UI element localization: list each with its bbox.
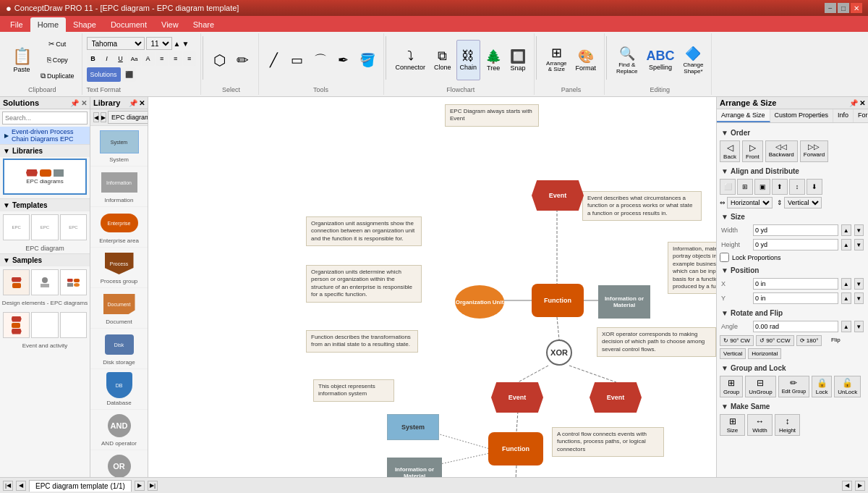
height-input[interactable] bbox=[753, 239, 838, 250]
angle-input[interactable] bbox=[753, 321, 838, 332]
front-button[interactable]: ▷ Front bbox=[742, 140, 763, 162]
tab-document[interactable]: Document bbox=[103, 17, 154, 32]
canvas-function-1[interactable]: Function bbox=[532, 284, 584, 317]
tab-custom-props[interactable]: Custom Properties bbox=[770, 109, 834, 122]
solutions-pin-icon[interactable]: 📌 bbox=[70, 99, 79, 107]
duplicate-button[interactable]: ⧉ Duplicate bbox=[38, 69, 77, 83]
align-left-button[interactable]: ⬜ bbox=[720, 179, 736, 195]
text-align-right-button[interactable]: ≡ bbox=[183, 51, 196, 66]
align-center-button[interactable]: ⊞ bbox=[737, 179, 753, 195]
solutions-button[interactable]: Solutions bbox=[87, 67, 121, 82]
back-button[interactable]: ◁ Back bbox=[720, 140, 740, 162]
tree-button[interactable]: 🌲 Tree bbox=[482, 40, 505, 80]
forward-button[interactable]: ▷▷ Forward bbox=[800, 140, 828, 162]
canvas-event-3[interactable]: Event bbox=[590, 382, 642, 413]
sample2-thumb-1[interactable] bbox=[3, 312, 30, 338]
flip-horizontal-button[interactable]: Horizontal bbox=[748, 348, 781, 359]
text-style-aa-button[interactable]: Aa bbox=[128, 51, 141, 66]
lib-item-database[interactable]: DB Database bbox=[90, 369, 148, 410]
tab-format[interactable]: Format bbox=[854, 109, 868, 122]
rect-tool-button[interactable]: ▭ bbox=[286, 40, 308, 80]
maximize-button[interactable]: □ bbox=[838, 3, 849, 13]
text-color-button[interactable]: A bbox=[142, 51, 155, 66]
page-scroll-left[interactable]: ◀ bbox=[842, 481, 852, 491]
horizontal-select[interactable]: Horizontal bbox=[727, 197, 773, 208]
font-size-up-icon[interactable]: ▲ bbox=[174, 40, 181, 48]
draw-tool-button[interactable]: ✏ bbox=[232, 40, 254, 80]
rotate-90ccw-button[interactable]: ↺ 90° CCW bbox=[756, 335, 794, 346]
canvas-event-2[interactable]: Event bbox=[491, 382, 543, 413]
section-templates[interactable]: ▼ Templates bbox=[0, 198, 90, 211]
backward-button[interactable]: ◁◁ Backward bbox=[765, 140, 798, 162]
line-tool-button[interactable]: ╱ bbox=[263, 40, 285, 80]
group-button[interactable]: ⊞ Group bbox=[720, 376, 743, 397]
fill-tool-button[interactable]: 🪣 bbox=[356, 40, 379, 80]
x-input[interactable] bbox=[753, 278, 838, 290]
solutions-search-input[interactable] bbox=[2, 111, 88, 125]
lib-item-information[interactable]: Information Information bbox=[90, 167, 148, 207]
page-nav-last[interactable]: ▶| bbox=[148, 481, 158, 491]
pen-tool-button[interactable]: ✒ bbox=[333, 40, 354, 80]
page-scroll-right[interactable]: ▶ bbox=[855, 481, 865, 491]
section-position[interactable]: ▼ Position bbox=[720, 264, 865, 276]
library-category-dropdown[interactable]: EPC diagrams bbox=[108, 111, 148, 124]
section-size[interactable]: ▼ Size bbox=[720, 210, 865, 222]
cut-button[interactable]: ✂ Cut bbox=[38, 37, 77, 51]
lib-item-enterprise[interactable]: Enterprise Enterprise area bbox=[90, 207, 148, 248]
epc-diagrams-thumbnail[interactable]: EPC diagrams bbox=[3, 159, 87, 195]
close-button[interactable]: ✕ bbox=[851, 3, 862, 13]
font-size-down-icon[interactable]: ▼ bbox=[182, 40, 189, 48]
bold-button[interactable]: B bbox=[87, 51, 100, 66]
paste-button[interactable]: 📋 Paste bbox=[7, 40, 36, 80]
page-nav-first[interactable]: |◀ bbox=[3, 481, 13, 491]
angle-down-btn[interactable]: ▼ bbox=[854, 321, 864, 332]
canvas-org-1[interactable]: Organization Unit bbox=[455, 285, 504, 319]
right-panel-close-icon[interactable]: ✕ bbox=[859, 99, 865, 107]
y-up-btn[interactable]: ▲ bbox=[841, 292, 851, 304]
underline-button[interactable]: U bbox=[114, 51, 127, 66]
tab-view[interactable]: View bbox=[154, 17, 186, 32]
section-group[interactable]: ▼ Group and Lock bbox=[720, 361, 865, 374]
font-family-select[interactable]: Tahoma bbox=[87, 37, 145, 50]
canvas-info-1[interactable]: Information or Material bbox=[598, 285, 650, 319]
clone-button[interactable]: ⧉ Clone bbox=[430, 40, 455, 80]
section-align[interactable]: ▼ Align and Distribute bbox=[720, 164, 865, 177]
chain-button[interactable]: ⛓ Chain bbox=[456, 40, 481, 80]
lib-item-disk[interactable]: Disk Disk storage bbox=[90, 329, 148, 369]
tab-info[interactable]: Info bbox=[833, 109, 854, 122]
lib-item-system[interactable]: System System bbox=[90, 126, 148, 167]
height-up-btn[interactable]: ▲ bbox=[841, 239, 851, 250]
tab-arrange-size[interactable]: Arrange & Size bbox=[717, 109, 770, 122]
library-close-icon[interactable]: ✕ bbox=[139, 99, 145, 107]
canvas-info-2[interactable]: Information or Material bbox=[387, 458, 442, 477]
canvas-function-2[interactable]: Function bbox=[488, 432, 543, 465]
section-order[interactable]: ▼ Order bbox=[720, 126, 865, 138]
minimize-button[interactable]: − bbox=[825, 3, 836, 13]
find-replace-button[interactable]: 🔍 Find &Replace bbox=[613, 40, 641, 80]
same-width-button[interactable]: ↔ Width bbox=[747, 414, 773, 436]
tab-file[interactable]: File bbox=[3, 17, 30, 32]
library-nav-back[interactable]: ◀ bbox=[93, 112, 99, 122]
same-height-button[interactable]: ↕ Height bbox=[775, 414, 800, 436]
canvas-system-1[interactable]: System bbox=[387, 414, 439, 440]
arrange-size-button[interactable]: ⊞ Arrange& Size bbox=[542, 40, 570, 80]
tab-home[interactable]: Home bbox=[30, 17, 66, 32]
tab-share[interactable]: Share bbox=[186, 17, 221, 32]
select-tool-button[interactable]: ⬡ bbox=[209, 40, 231, 80]
template-thumb-3[interactable]: EPC bbox=[60, 214, 87, 240]
width-down-btn[interactable]: ▼ bbox=[854, 224, 864, 236]
right-panel-pin-icon[interactable]: 📌 bbox=[849, 99, 858, 107]
sample-thumb-3[interactable] bbox=[60, 269, 87, 295]
library-nav-forward[interactable]: ▶ bbox=[101, 112, 106, 122]
tab-shape[interactable]: Shape bbox=[66, 17, 103, 32]
format-panel-button[interactable]: 🎨 Format bbox=[572, 40, 600, 80]
align-bottom-button[interactable]: ⬇ bbox=[807, 179, 822, 195]
x-up-btn[interactable]: ▲ bbox=[841, 278, 851, 290]
align-right-button[interactable]: ▣ bbox=[754, 179, 770, 195]
ungroup-button[interactable]: ⊟ UnGroup bbox=[745, 376, 775, 397]
section-rotate[interactable]: ▼ Rotate and Flip bbox=[720, 306, 865, 319]
snap-button[interactable]: 🔲 Snap bbox=[506, 40, 529, 80]
copy-button[interactable]: ⎘ Copy bbox=[38, 53, 77, 67]
sample-thumb-1[interactable] bbox=[3, 269, 30, 295]
rotate-180-button[interactable]: ⟳ 180° bbox=[796, 335, 822, 346]
